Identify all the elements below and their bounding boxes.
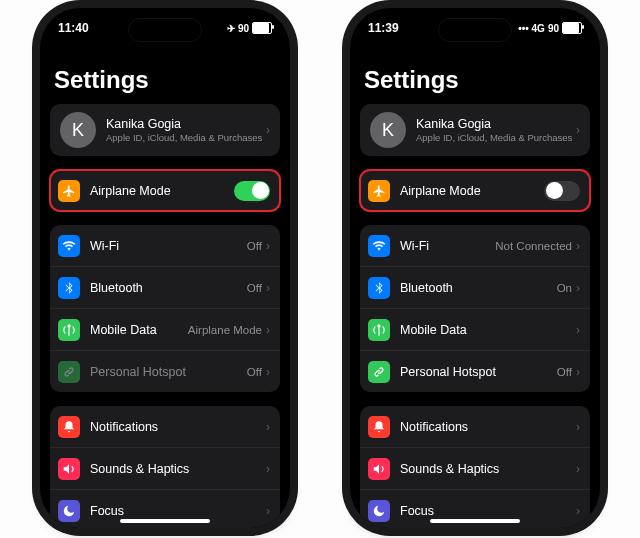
chevron-right-icon: › xyxy=(576,462,580,476)
row-value: Off xyxy=(247,240,262,252)
row-label: Airplane Mode xyxy=(90,184,234,198)
home-indicator[interactable] xyxy=(430,519,520,523)
row-value: Off xyxy=(247,366,262,378)
chevron-right-icon: › xyxy=(576,504,580,518)
row-label: Wi-Fi xyxy=(400,239,495,253)
status-extra: ✈︎ xyxy=(227,23,235,34)
avatar: K xyxy=(60,112,96,148)
plane-icon xyxy=(368,180,390,202)
profile-row[interactable]: K Kanika Gogia Apple ID, iCloud, Media &… xyxy=(360,104,590,156)
row-value: Off xyxy=(557,366,572,378)
page-title: Settings xyxy=(364,66,586,94)
phone-0: 11:40 ✈︎ 90 Settings K Kanika Gogia Appl… xyxy=(40,8,290,528)
settings-row-airplane-mode[interactable]: Airplane Mode xyxy=(50,170,280,211)
settings-row-sounds-haptics[interactable]: Sounds & Haptics › xyxy=(50,447,280,489)
airplane-group: Airplane Mode xyxy=(50,170,280,211)
row-value: Off xyxy=(247,282,262,294)
bt-icon xyxy=(368,277,390,299)
link-icon xyxy=(368,361,390,383)
airplane-toggle[interactable] xyxy=(544,181,580,201)
settings-row-personal-hotspot[interactable]: Personal Hotspot Off › xyxy=(360,350,590,392)
row-value: Airplane Mode xyxy=(188,324,262,336)
settings-row-personal-hotspot[interactable]: Personal Hotspot Off › xyxy=(50,350,280,392)
ant-icon xyxy=(368,319,390,341)
airplane-group: Airplane Mode xyxy=(360,170,590,211)
row-label: Wi-Fi xyxy=(90,239,247,253)
settings-row-mobile-data[interactable]: Mobile Data › xyxy=(360,308,590,350)
status-extra: ••• 4G xyxy=(518,23,545,34)
chevron-right-icon: › xyxy=(576,281,580,295)
settings-row-bluetooth[interactable]: Bluetooth Off › xyxy=(50,266,280,308)
phone-1: 11:39 ••• 4G 90 Settings K Kanika Gogia … xyxy=(350,8,600,528)
settings-row-notifications[interactable]: Notifications › xyxy=(50,406,280,447)
chevron-right-icon: › xyxy=(576,420,580,434)
profile-sub: Apple ID, iCloud, Media & Purchases xyxy=(106,132,266,143)
status-battery-pct: 90 xyxy=(548,23,559,34)
dynamic-island xyxy=(438,18,512,42)
chevron-right-icon: › xyxy=(266,420,270,434)
row-label: Airplane Mode xyxy=(400,184,544,198)
battery-icon xyxy=(252,22,272,34)
speaker-icon xyxy=(368,458,390,480)
chevron-right-icon: › xyxy=(266,462,270,476)
profile-sub: Apple ID, iCloud, Media & Purchases xyxy=(416,132,576,143)
status-time: 11:40 xyxy=(58,21,89,35)
chevron-right-icon: › xyxy=(266,123,270,137)
settings-row-sounds-haptics[interactable]: Sounds & Haptics › xyxy=(360,447,590,489)
page-title: Settings xyxy=(54,66,276,94)
settings-row-notifications[interactable]: Notifications › xyxy=(360,406,590,447)
battery-icon xyxy=(562,22,582,34)
ant-icon xyxy=(58,319,80,341)
row-label: Personal Hotspot xyxy=(400,365,557,379)
row-label: Mobile Data xyxy=(400,323,572,337)
row-label: Bluetooth xyxy=(90,281,247,295)
settings-row-mobile-data[interactable]: Mobile Data Airplane Mode › xyxy=(50,308,280,350)
network-group: Wi-Fi Not Connected › Bluetooth On › Mob… xyxy=(360,225,590,392)
status-time: 11:39 xyxy=(368,21,399,35)
chevron-right-icon: › xyxy=(576,365,580,379)
row-label: Notifications xyxy=(400,420,576,434)
bt-icon xyxy=(58,277,80,299)
row-value: On xyxy=(557,282,572,294)
row-label: Sounds & Haptics xyxy=(90,462,266,476)
chevron-right-icon: › xyxy=(266,323,270,337)
row-value: Not Connected xyxy=(495,240,572,252)
settings-row-airplane-mode[interactable]: Airplane Mode xyxy=(360,170,590,211)
profile-group: K Kanika Gogia Apple ID, iCloud, Media &… xyxy=(360,104,590,156)
airplane-toggle[interactable] xyxy=(234,181,270,201)
wifi-icon xyxy=(58,235,80,257)
chevron-right-icon: › xyxy=(266,281,270,295)
row-label: Focus xyxy=(90,504,266,518)
chevron-right-icon: › xyxy=(576,323,580,337)
row-label: Mobile Data xyxy=(90,323,188,337)
notifications-group: Notifications › Sounds & Haptics › Focus… xyxy=(50,406,280,528)
speaker-icon xyxy=(58,458,80,480)
chevron-right-icon: › xyxy=(266,365,270,379)
notifications-group: Notifications › Sounds & Haptics › Focus… xyxy=(360,406,590,528)
row-label: Personal Hotspot xyxy=(90,365,247,379)
profile-row[interactable]: K Kanika Gogia Apple ID, iCloud, Media &… xyxy=(50,104,280,156)
chevron-right-icon: › xyxy=(576,123,580,137)
wifi-icon xyxy=(368,235,390,257)
profile-name: Kanika Gogia Apple ID, iCloud, Media & P… xyxy=(416,117,576,143)
moon-icon xyxy=(58,500,80,522)
settings-row-wi-fi[interactable]: Wi-Fi Off › xyxy=(50,225,280,266)
network-group: Wi-Fi Off › Bluetooth Off › Mobile Data … xyxy=(50,225,280,392)
bell-icon xyxy=(58,416,80,438)
row-label: Notifications xyxy=(90,420,266,434)
profile-group: K Kanika Gogia Apple ID, iCloud, Media &… xyxy=(50,104,280,156)
plane-icon xyxy=(58,180,80,202)
settings-row-wi-fi[interactable]: Wi-Fi Not Connected › xyxy=(360,225,590,266)
moon-icon xyxy=(368,500,390,522)
row-label: Focus xyxy=(400,504,576,518)
home-indicator[interactable] xyxy=(120,519,210,523)
row-label: Bluetooth xyxy=(400,281,557,295)
profile-name: Kanika Gogia Apple ID, iCloud, Media & P… xyxy=(106,117,266,143)
chevron-right-icon: › xyxy=(576,239,580,253)
dynamic-island xyxy=(128,18,202,42)
settings-row-bluetooth[interactable]: Bluetooth On › xyxy=(360,266,590,308)
chevron-right-icon: › xyxy=(266,504,270,518)
chevron-right-icon: › xyxy=(266,239,270,253)
avatar: K xyxy=(370,112,406,148)
status-battery-pct: 90 xyxy=(238,23,249,34)
